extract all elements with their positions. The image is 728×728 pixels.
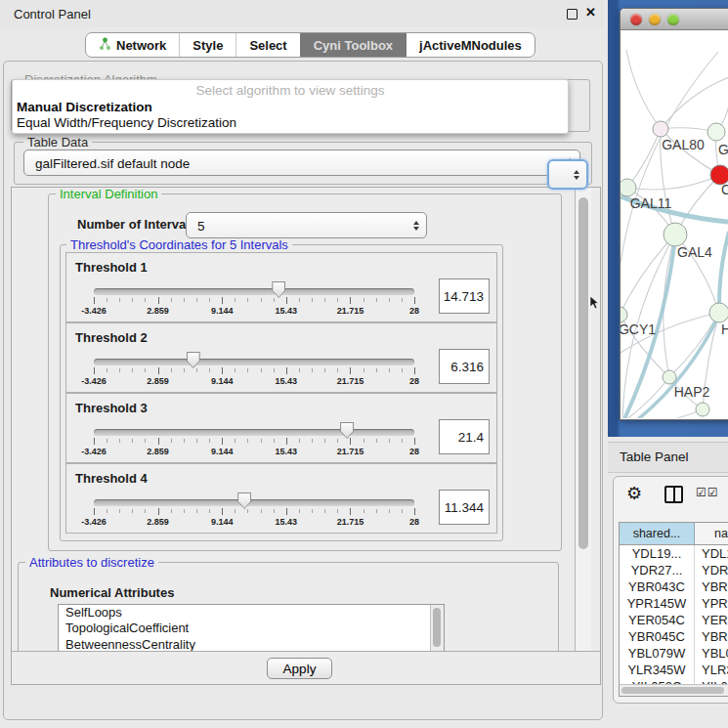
- close-panel-icon[interactable]: ✕: [585, 5, 596, 21]
- settings-scrollbar-thumb[interactable]: [578, 197, 588, 549]
- tick-mark: [414, 438, 415, 445]
- network-window: GAL80GACGAL11GAL4GCY1HHAP2: [620, 8, 728, 420]
- table-cell[interactable]: YBR045C: [620, 628, 695, 645]
- network-edge: [626, 50, 661, 129]
- network-node-ga[interactable]: [707, 123, 725, 141]
- threshold-slider-track[interactable]: [94, 288, 414, 295]
- settings-panel: Interval Definition Number of Intervals …: [11, 187, 601, 685]
- algorithm-option-manual-discretization[interactable]: Manual Discretization: [13, 100, 568, 115]
- tab-select[interactable]: Select: [236, 33, 299, 57]
- threshold-label: Threshold 4: [75, 471, 148, 486]
- threshold-slider-thumb[interactable]: [187, 352, 200, 368]
- network-node-gal4[interactable]: [664, 223, 687, 246]
- threshold-slider-track[interactable]: [94, 429, 414, 436]
- threshold-slider-track[interactable]: [94, 359, 414, 365]
- network-window-titlebar[interactable]: [621, 9, 728, 30]
- tick-mark: [132, 439, 133, 443]
- table-cell[interactable]: YPR145W: [620, 595, 695, 612]
- table-cell[interactable]: YDR27...: [620, 562, 695, 578]
- column-header-na[interactable]: na: [695, 523, 728, 544]
- table-row[interactable]: YPR145WYPR1: [620, 595, 728, 612]
- tick-label: 2.859: [147, 447, 169, 456]
- table-cell[interactable]: YBR0: [695, 628, 728, 645]
- network-view-frame: GAL80GACGAL11GAL4GCY1HHAP2: [608, 0, 728, 437]
- close-window-icon[interactable]: [630, 14, 642, 25]
- table-cell[interactable]: YBL079W: [620, 645, 695, 662]
- settings-scrollbar[interactable]: [575, 188, 591, 651]
- minimize-window-icon[interactable]: [649, 14, 661, 25]
- threshold-value-field[interactable]: 14.713: [439, 278, 490, 314]
- threshold-slider-thumb[interactable]: [340, 422, 354, 439]
- apply-button[interactable]: Apply: [267, 658, 332, 679]
- table-hscrollbar-thumb[interactable]: [621, 687, 724, 694]
- float-panel-icon[interactable]: [567, 9, 578, 20]
- table-cell[interactable]: YER0: [695, 612, 728, 628]
- table-data-select[interactable]: galFiltered.sif default node: [23, 150, 580, 176]
- tick-mark: [402, 298, 403, 302]
- tick-mark: [364, 439, 364, 443]
- table-cell[interactable]: YBL0: [695, 645, 728, 662]
- column-header-shared[interactable]: shared...: [620, 523, 695, 544]
- threshold-value-field[interactable]: 11.344: [439, 490, 490, 525]
- algorithm-select-stepper-icon[interactable]: [574, 170, 579, 180]
- tab-network[interactable]: Network: [86, 33, 179, 57]
- table-cell[interactable]: YLR345W: [620, 662, 695, 678]
- table-cell[interactable]: YDL19...: [620, 545, 695, 562]
- tick-mark: [171, 439, 172, 443]
- threshold-panel-1: Threshold 1-3.4262.8599.14415.4321.71528…: [65, 252, 497, 322]
- table-cell[interactable]: YPR1: [695, 595, 728, 612]
- threshold-panel-2: Threshold 2-3.4262.8599.14415.4321.71528…: [65, 322, 497, 393]
- interval-definition-group-title: Interval Definition: [56, 188, 161, 201]
- table-row[interactable]: YER054CYER0: [620, 612, 728, 628]
- table-row[interactable]: YLR345WYLR3: [620, 662, 728, 678]
- threshold-label: Threshold 3: [75, 401, 148, 415]
- tick-label: 9.144: [211, 517, 234, 527]
- tick-label: 15.43: [276, 517, 298, 527]
- tick-mark: [171, 509, 172, 513]
- table-row[interactable]: YBR043CYBR0: [620, 578, 728, 595]
- threshold-label: Threshold 2: [75, 330, 148, 345]
- network-node-gal80[interactable]: [653, 121, 668, 137]
- attribute-item-selfloops[interactable]: SelfLoops: [59, 605, 444, 621]
- table-row[interactable]: YBL079WYBL0: [620, 645, 728, 662]
- table-row[interactable]: YBR045CYBR0: [620, 628, 728, 645]
- threshold-slider-thumb[interactable]: [237, 492, 251, 509]
- tick-mark: [158, 367, 159, 374]
- number-of-intervals-select[interactable]: 5: [186, 212, 427, 238]
- table-cell[interactable]: YER054C: [620, 612, 695, 628]
- split-columns-icon[interactable]: [664, 486, 683, 503]
- network-node-hap2[interactable]: [663, 370, 676, 384]
- table-cell[interactable]: YDR2: [695, 562, 728, 578]
- threshold-slider-thumb[interactable]: [272, 281, 285, 298]
- table-cell[interactable]: YBR043C: [620, 578, 695, 595]
- tab-cyni-toolbox[interactable]: Cyni Toolbox: [300, 33, 406, 57]
- table-row[interactable]: YDL19...YDL1: [620, 545, 728, 562]
- tab-jactivemnodules[interactable]: jActiveMNodules: [406, 33, 535, 57]
- threshold-value-field[interactable]: 21.4: [439, 419, 490, 454]
- tick-mark: [222, 508, 223, 515]
- tab-style[interactable]: Style: [179, 33, 236, 57]
- network-node-gcy1[interactable]: [621, 307, 627, 322]
- network-node-h[interactable]: [709, 303, 728, 322]
- number-of-intervals-stepper-icon[interactable]: [413, 221, 419, 231]
- table-cell[interactable]: YDL1: [695, 545, 728, 562]
- table-row[interactable]: YDR27...YDR2: [620, 562, 728, 578]
- select-columns-icon[interactable]: ☑☑: [696, 486, 719, 499]
- tick-mark: [145, 439, 146, 443]
- threshold-value-field[interactable]: 6.316: [439, 349, 490, 384]
- zoom-window-icon[interactable]: [667, 14, 679, 25]
- network-node-gal11[interactable]: [621, 179, 636, 196]
- table-horizontal-scrollbar[interactable]: [620, 684, 728, 696]
- algorithm-select[interactable]: [547, 159, 588, 190]
- table-cell[interactable]: YLR3: [695, 662, 728, 678]
- attribute-item-topologicalcoefficient[interactable]: TopologicalCoefficient: [59, 621, 444, 636]
- tick-label: 15.43: [276, 306, 298, 316]
- algorithm-option-equal-width-frequency-discretization[interactable]: Equal Width/Frequency Discretization: [13, 115, 568, 131]
- tick-mark: [209, 368, 210, 372]
- table-cell[interactable]: YBR0: [695, 578, 728, 595]
- gear-icon[interactable]: ⚙: [626, 483, 642, 504]
- network-node-node[interactable]: [696, 403, 709, 416]
- network-canvas[interactable]: GAL80GACGAL11GAL4GCY1HHAP2: [621, 30, 728, 418]
- threshold-slider-track[interactable]: [94, 499, 414, 506]
- apply-row: Apply: [12, 651, 600, 685]
